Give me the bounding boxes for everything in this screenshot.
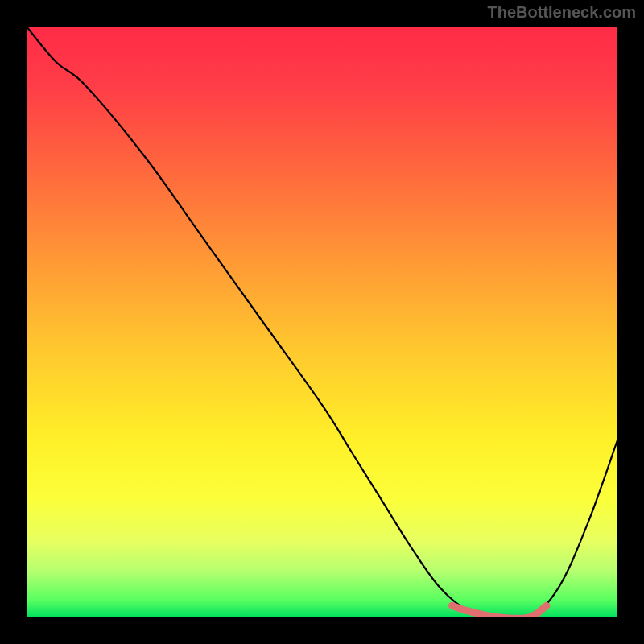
bottleneck-curve xyxy=(27,27,617,617)
attribution-text: TheBottleneck.com xyxy=(488,3,636,22)
bottleneck-curve-svg xyxy=(27,27,617,617)
chart-plot-area xyxy=(27,27,617,617)
highlight-region xyxy=(452,605,546,617)
